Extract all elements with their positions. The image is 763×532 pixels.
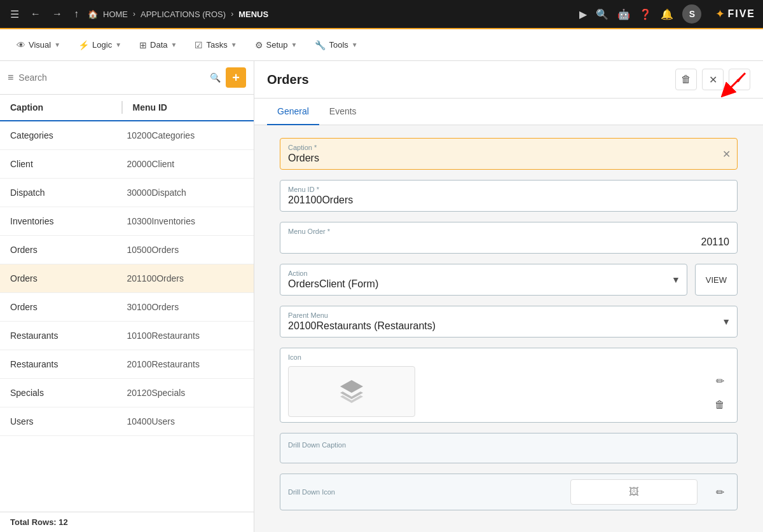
action-dropdown-icon[interactable]: ▼ bbox=[671, 275, 680, 285]
up-icon[interactable]: ↑ bbox=[71, 6, 81, 22]
table-row[interactable]: Restaurants 10100Restaurants bbox=[0, 322, 254, 350]
menu-id-input-container[interactable]: Menu ID 201100Orders bbox=[280, 180, 738, 212]
breadcrumb-menus[interactable]: MENUS bbox=[238, 10, 268, 19]
caption-value[interactable]: Orders bbox=[288, 153, 729, 164]
table-footer: Total Rows: 12 bbox=[0, 512, 254, 532]
home-icon[interactable]: 🏠 bbox=[88, 10, 98, 19]
drill-down-icon-field: Drill Down Icon 🖼 ✏ bbox=[280, 474, 738, 510]
top-nav-right: ▶ 🔍 🤖 ❓ 🔔 S ✦ FIVE bbox=[579, 4, 755, 24]
secondary-navigation: 👁 Visual ▼ ⚡ Logic ▼ ⊞ Data ▼ ☑ Tasks ▼ … bbox=[0, 29, 763, 61]
icon-field: Icon ✏ � bbox=[280, 348, 738, 423]
close-button[interactable]: ✕ bbox=[702, 69, 724, 90]
action-input-container[interactable]: Action OrdersClient (Form) ▼ bbox=[280, 264, 687, 296]
avatar[interactable]: S bbox=[682, 4, 701, 24]
image-placeholder-icon: 🖼 bbox=[629, 486, 639, 498]
icon-edit-button[interactable]: ✏ bbox=[710, 371, 729, 390]
tabs: General Events bbox=[254, 99, 763, 125]
caption-input-container[interactable]: Caption Orders ✕ bbox=[280, 138, 738, 170]
record-title: Orders bbox=[267, 72, 675, 87]
logo-icon: ✦ bbox=[715, 7, 725, 21]
tools-caret: ▼ bbox=[352, 41, 358, 48]
main-layout: ≡ 🔍 + Caption Menu ID Categories 10200Ca… bbox=[0, 61, 763, 532]
column-divider bbox=[121, 101, 123, 114]
nav-data[interactable]: ⊞ Data ▼ bbox=[133, 36, 183, 54]
search-magnifier-icon[interactable]: 🔍 bbox=[210, 72, 221, 83]
eye-icon: 👁 bbox=[17, 40, 25, 50]
parent-menu-value[interactable]: 20100Restaurants (Restaurants) bbox=[288, 320, 729, 332]
drill-down-caption-container[interactable]: Drill Down Caption bbox=[280, 433, 738, 463]
drill-down-icon-edit-button[interactable]: ✏ bbox=[710, 482, 729, 501]
icon-delete-button[interactable]: 🗑 bbox=[710, 395, 729, 414]
nav-setup[interactable]: ⚙ Setup ▼ bbox=[249, 36, 304, 54]
logo-text: FIVE bbox=[727, 8, 755, 20]
table-body: Categories 10200Categories Client 20000C… bbox=[0, 121, 254, 512]
hamburger-icon[interactable]: ☰ bbox=[8, 6, 22, 23]
nav-logic[interactable]: ⚡ Logic ▼ bbox=[72, 36, 128, 54]
icon-label: Icon bbox=[288, 353, 703, 361]
menu-id-label: Menu ID bbox=[288, 186, 729, 193]
action-value[interactable]: OrdersClient (Form) bbox=[288, 278, 679, 290]
visual-caret: ▼ bbox=[54, 41, 60, 48]
wrench-icon: 🔧 bbox=[315, 40, 326, 50]
view-button[interactable]: VIEW bbox=[695, 264, 738, 296]
tab-events[interactable]: Events bbox=[319, 99, 367, 125]
layers-icon bbox=[336, 376, 367, 407]
nav-tasks[interactable]: ☑ Tasks ▼ bbox=[188, 36, 243, 54]
five-logo: ✦ FIVE bbox=[715, 7, 755, 21]
parent-menu-field: Parent Menu 20100Restaurants (Restaurant… bbox=[280, 306, 738, 338]
nav-visual[interactable]: 👁 Visual ▼ bbox=[10, 36, 67, 54]
table-row[interactable]: Specials 20120Specials bbox=[0, 379, 254, 407]
table-row[interactable]: Orders 30100Orders bbox=[0, 293, 254, 322]
table-row[interactable]: Categories 10200Categories bbox=[0, 121, 254, 150]
logic-caret: ▼ bbox=[115, 41, 121, 48]
table-row[interactable]: Dispatch 30000Dispatch bbox=[0, 179, 254, 207]
breadcrumb: 🏠 HOME › APPLICATIONS (ROS) › MENUS bbox=[88, 10, 268, 19]
breadcrumb-home[interactable]: HOME bbox=[103, 10, 128, 19]
menu-id-value[interactable]: 201100Orders bbox=[288, 194, 729, 206]
table-row[interactable]: Client 20000Client bbox=[0, 150, 254, 179]
table-row[interactable]: Inventories 10300Inventories bbox=[0, 207, 254, 236]
parent-menu-dropdown-icon[interactable]: ▼ bbox=[722, 317, 731, 327]
menu-order-field: Menu Order 20110 bbox=[280, 222, 738, 254]
form-content: Caption Orders ✕ Menu ID 201100Orders Me bbox=[254, 125, 763, 532]
menu-order-value[interactable]: 20110 bbox=[288, 236, 729, 248]
action-label: Action bbox=[288, 269, 679, 277]
play-icon[interactable]: ▶ bbox=[579, 8, 587, 20]
robot-icon[interactable]: 🤖 bbox=[617, 8, 630, 20]
action-field: Action OrdersClient (Form) ▼ VIEW bbox=[280, 264, 738, 296]
right-panel: Orders 🗑 ✕ ✓ General Events Caption O bbox=[254, 61, 763, 532]
drill-down-icon-container: Drill Down Icon 🖼 ✏ bbox=[280, 474, 738, 510]
drill-down-icon-label: Drill Down Icon bbox=[288, 488, 563, 496]
action-row: Action OrdersClient (Form) ▼ VIEW bbox=[280, 264, 738, 296]
forward-icon[interactable]: → bbox=[50, 6, 65, 22]
bell-icon[interactable]: 🔔 bbox=[661, 8, 673, 20]
search-icon[interactable]: 🔍 bbox=[596, 8, 608, 20]
add-button[interactable]: + bbox=[226, 67, 246, 88]
drill-down-caption-field: Drill Down Caption bbox=[280, 433, 738, 463]
menu-order-input-container[interactable]: Menu Order 20110 bbox=[280, 222, 738, 254]
search-input[interactable] bbox=[18, 72, 205, 83]
back-icon[interactable]: ← bbox=[28, 6, 43, 22]
filter-icon[interactable]: ≡ bbox=[8, 72, 13, 83]
help-icon[interactable]: ❓ bbox=[639, 8, 652, 20]
top-navigation: ☰ ← → ↑ 🏠 HOME › APPLICATIONS (ROS) › ME… bbox=[0, 0, 763, 29]
nav-tools[interactable]: 🔧 Tools ▼ bbox=[308, 36, 364, 54]
breadcrumb-applications[interactable]: APPLICATIONS (ROS) bbox=[141, 10, 226, 19]
search-bar: ≡ 🔍 + bbox=[0, 61, 254, 95]
table-row[interactable]: Restaurants 20100Restaurants bbox=[0, 350, 254, 379]
data-caret: ▼ bbox=[171, 41, 177, 48]
tab-general[interactable]: General bbox=[267, 99, 319, 125]
left-panel: ≡ 🔍 + Caption Menu ID Categories 10200Ca… bbox=[0, 61, 254, 532]
table-row[interactable]: Users 10400Users bbox=[0, 407, 254, 436]
total-rows: Total Rows: 12 bbox=[10, 517, 68, 527]
tasks-icon: ☑ bbox=[195, 40, 203, 50]
caption-clear-icon[interactable]: ✕ bbox=[722, 148, 731, 160]
parent-menu-input-container[interactable]: Parent Menu 20100Restaurants (Restaurant… bbox=[280, 306, 738, 338]
table-row-selected[interactable]: Orders 201100Orders bbox=[0, 264, 254, 293]
icon-preview bbox=[288, 366, 415, 417]
save-button[interactable]: ✓ bbox=[729, 69, 750, 90]
delete-button[interactable]: 🗑 bbox=[675, 69, 697, 90]
table-row[interactable]: Orders 10500Orders bbox=[0, 236, 254, 264]
table-header: Caption Menu ID bbox=[0, 95, 254, 121]
logic-icon: ⚡ bbox=[78, 40, 89, 50]
